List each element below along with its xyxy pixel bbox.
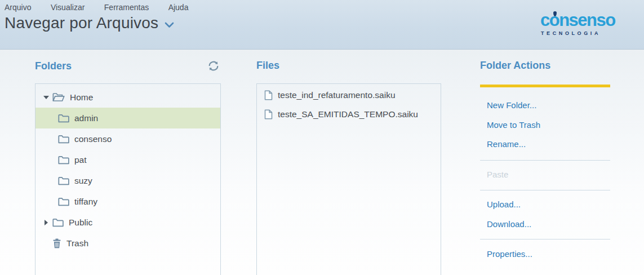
files-title: Files xyxy=(256,60,279,72)
folder-label: tiffany xyxy=(74,197,97,207)
file-browser-page: Arquivo Visualizar Ferramentas Ajuda Nav… xyxy=(0,0,644,275)
menu-arquivo[interactable]: Arquivo xyxy=(5,3,31,12)
folder-label: suzy xyxy=(74,176,92,186)
folder-label: pat xyxy=(74,155,87,165)
file-icon xyxy=(264,90,273,100)
files-list: teste_ind_refaturamento.saiku teste_SA_E… xyxy=(256,83,441,275)
file-name: teste_SA_EMITIDAS_TEMPO.saiku xyxy=(278,109,418,119)
folder-icon xyxy=(58,176,69,185)
folder-label: Home xyxy=(70,92,93,103)
folder-tree-item-suzy[interactable]: suzy xyxy=(35,170,220,191)
menu-ferramentas[interactable]: Ferramentas xyxy=(104,3,149,12)
action-download[interactable]: Download... xyxy=(487,219,531,229)
folder-tree: Home admin consenso pat suzy xyxy=(35,83,221,275)
file-icon xyxy=(264,109,273,119)
folder-tree-item-admin[interactable]: admin xyxy=(35,108,220,128)
divider xyxy=(480,160,610,161)
folder-tree-item-tiffany[interactable]: tiffany xyxy=(35,191,220,212)
page-title: Navegar por Arquivos xyxy=(5,14,158,33)
chevron-down-icon[interactable] xyxy=(165,20,174,30)
folder-tree-item-trash[interactable]: Trash xyxy=(35,233,220,254)
chevron-expanded-icon[interactable] xyxy=(43,96,50,99)
action-move-to-trash[interactable]: Move to Trash xyxy=(487,120,540,130)
trash-icon xyxy=(52,238,61,249)
folder-tree-item-consenso[interactable]: consenso xyxy=(35,128,220,149)
folder-label: admin xyxy=(74,113,98,123)
menu-ajuda[interactable]: Ajuda xyxy=(168,3,189,12)
folder-tree-item-pat[interactable]: pat xyxy=(35,149,220,170)
action-new-folder[interactable]: New Folder... xyxy=(487,100,536,110)
action-upload[interactable]: Upload... xyxy=(487,199,521,209)
folder-icon xyxy=(52,218,64,227)
folder-label: Public xyxy=(69,218,92,228)
top-bar: Arquivo Visualizar Ferramentas Ajuda Nav… xyxy=(0,0,644,50)
file-item-teste-sa-emitidas-tempo[interactable]: teste_SA_EMITIDAS_TEMPO.saiku xyxy=(257,105,441,124)
refresh-icon[interactable] xyxy=(207,60,220,72)
folder-actions-title: Folder Actions xyxy=(480,60,550,72)
folders-panel-header: Folders xyxy=(35,60,221,72)
action-properties[interactable]: Properties... xyxy=(487,249,532,259)
trash-label: Trash xyxy=(66,238,88,249)
accent-bar xyxy=(480,85,610,87)
file-name: teste_ind_refaturamento.saiku xyxy=(278,90,396,100)
folder-icon xyxy=(58,114,69,123)
action-rename[interactable]: Rename... xyxy=(487,139,526,149)
divider xyxy=(480,239,610,239)
file-item-teste-ind-refaturamento[interactable]: teste_ind_refaturamento.saiku xyxy=(257,86,441,105)
consenso-logo: consenso TECNOLOGIA xyxy=(539,11,627,36)
menu-visualizar[interactable]: Visualizar xyxy=(51,3,85,12)
folder-icon xyxy=(58,197,69,206)
divider xyxy=(480,190,610,190)
folder-tree-item-public[interactable]: Public xyxy=(35,212,220,233)
title-row: Navegar por Arquivos xyxy=(5,14,174,33)
folder-open-icon xyxy=(52,92,65,102)
chevron-collapsed-icon[interactable] xyxy=(43,220,50,225)
folder-icon xyxy=(58,135,69,144)
logo-tagline: TECNOLOGIA xyxy=(539,30,627,36)
folder-icon xyxy=(58,156,69,165)
folder-tree-item-home[interactable]: Home xyxy=(35,87,220,108)
logo-wordmark: consenso xyxy=(539,11,627,29)
folders-title: Folders xyxy=(35,60,72,72)
folder-label: consenso xyxy=(74,134,112,144)
menu-bar: Arquivo Visualizar Ferramentas Ajuda xyxy=(5,2,205,12)
action-paste[interactable]: Paste xyxy=(487,170,508,179)
